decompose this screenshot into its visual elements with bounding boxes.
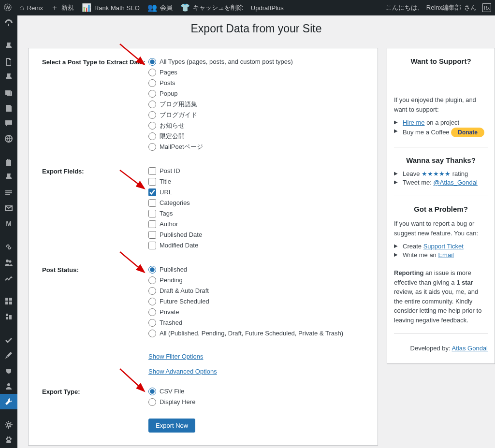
radio-ptype-8[interactable]	[148, 143, 156, 151]
option-pstatus-4: Private	[148, 307, 364, 317]
label-ptype-3[interactable]: Popup	[160, 89, 178, 99]
wordpress-logo[interactable]: ⓦ	[0, 0, 15, 15]
option-ptype-4: ブログ用語集	[148, 100, 364, 109]
menu-lines[interactable]	[0, 185, 17, 201]
option-field-1: Title	[148, 177, 364, 187]
row-export-fields: Export Fields: Post IDTitleURLCategories…	[42, 166, 364, 251]
checkbox-field-4[interactable]	[148, 210, 156, 217]
menu-tools[interactable]	[0, 394, 17, 409]
menu-pin-3[interactable]	[0, 170, 17, 186]
rankmath-menu[interactable]: 📊Rank Math SEO	[78, 0, 144, 15]
label-pstatus-6[interactable]: All (Published, Pending, Draft, Future S…	[160, 329, 343, 338]
label-ptype-1[interactable]: Pages	[160, 68, 177, 77]
user-account-menu[interactable]: こんにちは、 Reinx編集部 さん Rx	[382, 0, 495, 15]
radio-ptype-0[interactable]	[148, 58, 156, 66]
ticket-link[interactable]: Support Ticket	[423, 243, 464, 250]
menu-mail[interactable]	[0, 201, 17, 216]
radio-pstatus-5[interactable]	[148, 319, 156, 327]
label-pstatus-1[interactable]: Pending	[160, 275, 183, 285]
radio-pstatus-3[interactable]	[148, 298, 156, 305]
radio-ptype-1[interactable]	[148, 69, 156, 76]
label-field-3[interactable]: Categories	[160, 198, 190, 208]
label-ptype-6[interactable]: お知らせ	[160, 121, 185, 130]
checkbox-field-6[interactable]	[148, 231, 156, 239]
radio-ptype-4[interactable]	[148, 101, 156, 108]
menu-pin-2[interactable]	[0, 70, 17, 85]
radio-pstatus-1[interactable]	[148, 276, 156, 284]
menu-link[interactable]	[0, 239, 17, 255]
dev-link[interactable]: Atlas Gondal	[452, 345, 488, 352]
label-ptype-7[interactable]: 限定公開	[160, 131, 185, 141]
label-ptype-5[interactable]: ブログガイド	[160, 110, 197, 120]
radio-ptype-6[interactable]	[148, 122, 156, 130]
label-ptype-8[interactable]: MailPoetページ	[160, 142, 203, 152]
menu-clipboard[interactable]	[0, 155, 17, 170]
label-pstatus-2[interactable]: Draft & Auto Draft	[160, 286, 209, 296]
radio-ptype-3[interactable]	[148, 90, 156, 98]
menu-analytics[interactable]	[0, 270, 17, 286]
export-now-button[interactable]: Export Now	[148, 419, 195, 433]
clear-cache-menu[interactable]: 👕キャッシュを削除	[176, 0, 247, 15]
radio-etype-1[interactable]	[148, 398, 156, 406]
stars-icon[interactable]: ★★★★★	[422, 170, 451, 177]
menu-plugin[interactable]	[0, 309, 17, 324]
label-pstatus-3[interactable]: Future Scheduled	[160, 297, 209, 306]
radio-pstatus-6[interactable]	[148, 330, 156, 337]
label-pstatus-0[interactable]: Published	[160, 265, 187, 275]
menu-pin-1[interactable]	[0, 39, 17, 55]
menu-comments[interactable]	[0, 116, 17, 131]
updraft-menu[interactable]: UpdraftPlus	[247, 0, 288, 15]
hire-me-link[interactable]: Hire me	[403, 119, 425, 126]
menu-appearance[interactable]	[0, 348, 17, 363]
menu-check[interactable]	[0, 332, 17, 348]
label-pstatus-4[interactable]: Private	[160, 307, 179, 317]
new-content-menu[interactable]: ＋新規	[47, 0, 78, 15]
radio-pstatus-0[interactable]	[148, 266, 156, 274]
label-field-5[interactable]: Author	[160, 219, 178, 229]
tweet-link[interactable]: @Atlas_Gondal	[434, 179, 478, 186]
menu-pages-2[interactable]	[0, 101, 17, 116]
site-name-menu[interactable]: ⌂Reinx	[15, 0, 47, 15]
label-field-6[interactable]: Published Date	[160, 230, 202, 240]
label-etype-0[interactable]: CSV File	[160, 387, 184, 396]
label-field-4[interactable]: Tags	[160, 209, 173, 218]
label-field-0[interactable]: Post ID	[160, 166, 180, 176]
members-menu[interactable]: 👥会員	[144, 0, 176, 15]
menu-media[interactable]	[0, 85, 17, 101]
radio-ptype-7[interactable]	[148, 132, 156, 140]
menu-users[interactable]	[0, 255, 17, 270]
radio-pstatus-2[interactable]	[148, 287, 156, 295]
show-advanced-link[interactable]: Show Advanced Options	[148, 368, 217, 375]
label-etype-1[interactable]: Display Here	[160, 397, 195, 407]
checkbox-field-3[interactable]	[148, 199, 156, 207]
menu-pages[interactable]	[0, 54, 17, 70]
label-ptype-2[interactable]: Posts	[160, 78, 175, 88]
radio-ptype-5[interactable]	[148, 111, 156, 119]
menu-paw[interactable]	[0, 433, 17, 448]
menu-dashboard[interactable]	[0, 15, 17, 31]
radio-pstatus-4[interactable]	[148, 308, 156, 316]
donate-button[interactable]: Donate	[451, 128, 484, 137]
show-filter-link[interactable]: Show Filter Options	[148, 353, 203, 360]
radio-ptype-2[interactable]	[148, 79, 156, 87]
menu-plugins[interactable]	[0, 363, 17, 378]
radio-etype-0[interactable]	[148, 388, 156, 395]
updraft-label: UpdraftPlus	[251, 4, 284, 12]
label-field-2[interactable]: URL	[160, 188, 172, 197]
checkbox-field-2[interactable]	[148, 188, 156, 196]
menu-profile[interactable]	[0, 378, 17, 394]
label-ptype-4[interactable]: ブログ用語集	[160, 100, 197, 109]
checkbox-field-7[interactable]	[148, 242, 156, 249]
label-ptype-0[interactable]: All Types (pages, posts, and custom post…	[160, 57, 293, 67]
checkbox-field-5[interactable]	[148, 220, 156, 228]
label-pstatus-5[interactable]: Trashed	[160, 318, 182, 328]
label-field-1[interactable]: Title	[160, 177, 171, 187]
menu-m[interactable]: M	[0, 216, 17, 231]
checkbox-field-0[interactable]	[148, 167, 156, 175]
menu-globe[interactable]	[0, 131, 17, 146]
email-link[interactable]: Email	[438, 251, 454, 259]
menu-blocks[interactable]	[0, 294, 17, 309]
label-field-7[interactable]: Modified Date	[160, 241, 198, 250]
checkbox-field-1[interactable]	[148, 178, 156, 186]
menu-settings[interactable]	[0, 417, 17, 433]
